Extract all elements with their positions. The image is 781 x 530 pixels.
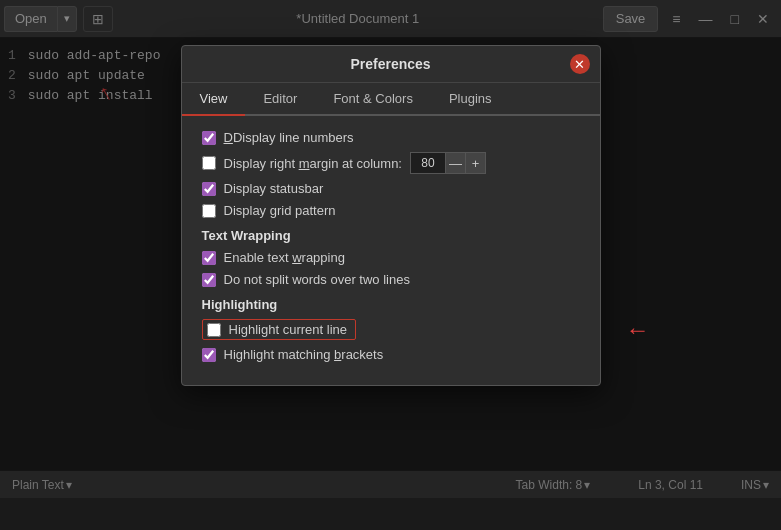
- highlight-line-box: Highlight current line: [202, 319, 357, 340]
- no-split-checkbox[interactable]: [202, 273, 216, 287]
- margin-decrease-button[interactable]: —: [446, 152, 466, 174]
- highlight-line-row: Highlight current line ←: [202, 319, 580, 340]
- display-statusbar-checkbox[interactable]: [202, 182, 216, 196]
- no-split-row: Do not split words over two lines: [202, 272, 580, 287]
- modal-title-bar: Preferences ✕: [182, 46, 600, 83]
- display-grid-checkbox[interactable]: [202, 204, 216, 218]
- display-grid-label: Display grid pattern: [224, 203, 336, 218]
- display-statusbar-label: Display statusbar: [224, 181, 324, 196]
- tab-view[interactable]: View: [182, 83, 246, 116]
- margin-input-group: — +: [410, 152, 486, 174]
- modal-close-button[interactable]: ✕: [570, 54, 590, 74]
- no-split-label: Do not split words over two lines: [224, 272, 410, 287]
- display-line-numbers-checkbox[interactable]: [202, 131, 216, 145]
- highlight-line-label: Highlight current line: [229, 322, 348, 337]
- modal-overlay: Preferences ✕ View Editor Font & Colors …: [0, 0, 781, 530]
- enable-wrapping-label: Enable text wrapping: [224, 250, 345, 265]
- highlight-brackets-checkbox[interactable]: [202, 348, 216, 362]
- modal-title: Preferences: [350, 56, 430, 72]
- margin-increase-button[interactable]: +: [466, 152, 486, 174]
- display-right-margin-checkbox[interactable]: [202, 156, 216, 170]
- display-right-margin-label: Display right margin at column:: [224, 156, 402, 171]
- highlight-brackets-label: Highlight matching brackets: [224, 347, 384, 362]
- tab-editor[interactable]: Editor: [245, 83, 315, 116]
- display-right-margin-row: Display right margin at column: — +: [202, 152, 580, 174]
- enable-wrapping-checkbox[interactable]: [202, 251, 216, 265]
- display-statusbar-row: Display statusbar: [202, 181, 580, 196]
- display-grid-row: Display grid pattern: [202, 203, 580, 218]
- modal-tabs: View Editor Font & Colors Plugins: [182, 83, 600, 116]
- enable-wrapping-row: Enable text wrapping: [202, 250, 580, 265]
- right-arrow-indicator: ←: [626, 316, 650, 344]
- preferences-modal: Preferences ✕ View Editor Font & Colors …: [181, 45, 601, 386]
- display-line-numbers-row: DDisplay line numbers: [202, 130, 580, 145]
- highlight-line-checkbox[interactable]: [207, 323, 221, 337]
- display-line-numbers-label: DDisplay line numbers: [224, 130, 354, 145]
- margin-value-input[interactable]: [410, 152, 446, 174]
- highlight-brackets-row: Highlight matching brackets: [202, 347, 580, 362]
- tab-plugins[interactable]: Plugins: [431, 83, 510, 116]
- text-wrapping-header: Text Wrapping: [202, 228, 580, 243]
- tab-font-colors[interactable]: Font & Colors: [315, 83, 430, 116]
- highlighting-header: Highlighting: [202, 297, 580, 312]
- modal-body: DDisplay line numbers Display right marg…: [182, 116, 600, 385]
